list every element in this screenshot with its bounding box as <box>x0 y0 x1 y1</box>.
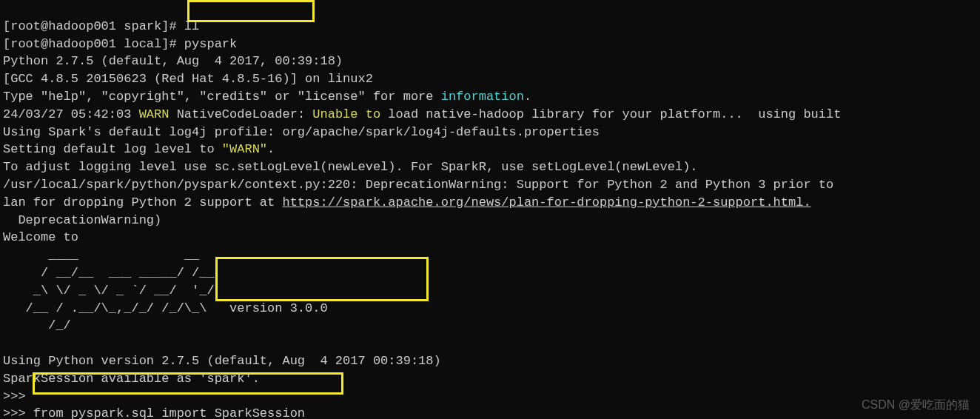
spark-url-link[interactable]: https://spark.apache.org/news/plan-for-d… <box>282 195 810 210</box>
setting-line-a: Setting default log level to <box>3 142 222 156</box>
gcc-line: [GCC 4.8.5 20150623 (Red Hat 4.8.5-16)] … <box>3 72 373 86</box>
deprecation-line: /usr/local/spark/python/pyspark/context.… <box>3 178 833 192</box>
cmd-ll: ll <box>184 19 199 33</box>
ascii-art-4: /__ / .__/\_,_/_/ /_/\_\ version 3.0.0 <box>3 301 328 315</box>
warn-line-c: load native-hadoop library for your plat… <box>380 107 841 121</box>
using-python-line: Using Python version 2.7.5 (default, Aug… <box>3 354 441 368</box>
help-line-a: Type "help", "copyright", "credits" or "… <box>3 90 441 104</box>
repl-prompt-2[interactable]: >>> <box>3 406 33 419</box>
warn-quoted: "WARN" <box>222 142 267 156</box>
warn-label: WARN <box>139 107 170 121</box>
log4j-line: Using Spark's default log4j profile: org… <box>3 125 600 139</box>
cmd-pyspark: pyspark <box>184 37 237 51</box>
ascii-art-1: ____ __ <box>3 248 199 262</box>
line-partial-top: [root@hadoop001 spark]# <box>3 19 184 33</box>
ascii-art-2: / __/__ ___ _____/ /__ <box>3 266 215 280</box>
python-version-line: Python 2.7.5 (default, Aug 4 2017, 00:39… <box>3 54 343 68</box>
prompt-line1: [root@hadoop001 local]# <box>3 37 184 51</box>
repl-prompt-1[interactable]: >>> <box>3 389 33 403</box>
ascii-art-5: /_/ <box>3 318 71 332</box>
adjust-line: To adjust logging level use sc.setLogLev… <box>3 160 698 174</box>
deprecation-warning-line: DeprecationWarning) <box>3 213 161 227</box>
warn-line-b: NativeCodeLoader: <box>169 107 312 121</box>
unable-to: Unable to <box>312 107 380 121</box>
welcome-line: Welcome to <box>3 230 78 244</box>
plan-line-a: lan for dropping Python 2 support at <box>3 195 282 210</box>
information-word: information <box>441 90 524 104</box>
help-line-b: . <box>524 90 531 104</box>
ascii-art-3: _\ \/ _ \/ _ `/ __/ '_/ <box>3 284 215 298</box>
warn-line-a: 24/03/27 05:42:03 <box>3 107 139 121</box>
terminal-output[interactable]: [root@hadoop001 spark]# ll [root@hadoop0… <box>0 0 980 419</box>
setting-line-c: . <box>267 142 275 156</box>
watermark-text: CSDN @爱吃面的猫 <box>862 397 970 413</box>
sparksession-line: SparkSession available as 'spark'. <box>3 372 260 386</box>
import-statement: from pyspark.sql import SparkSession <box>33 406 305 419</box>
